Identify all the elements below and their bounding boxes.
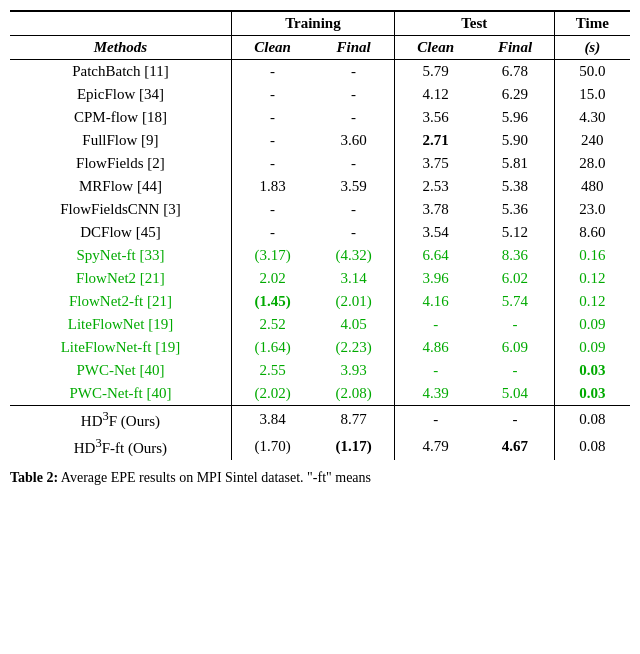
time-cell: 0.16 [554,244,630,267]
test-group-header: Test [394,11,554,36]
table-row: FlowFields [2]--3.755.8128.0 [10,152,630,175]
te-clean-cell: 5.79 [394,60,476,84]
te-final-cell: 5.90 [476,129,554,152]
time-cell: 0.03 [554,359,630,382]
tr-final-cell: (4.32) [313,244,394,267]
te-final-cell: 6.78 [476,60,554,84]
table-row: FlowFieldsCNN [3]--3.785.3623.0 [10,198,630,221]
tr-final-cell: - [313,83,394,106]
tr-final-cell: 4.05 [313,313,394,336]
time-group-header: Time [554,11,630,36]
time-cell: 240 [554,129,630,152]
tr-clean-cell: 2.02 [231,267,313,290]
method-cell: PWC-Net [40] [10,359,231,382]
table-row: LiteFlowNet-ft [19](1.64)(2.23)4.866.090… [10,336,630,359]
te-clean-cell: 3.78 [394,198,476,221]
tr-clean-cell: 2.55 [231,359,313,382]
te-clean-cell: - [394,313,476,336]
te-clean-cell: 3.56 [394,106,476,129]
tr-final-cell: - [313,106,394,129]
tr-final-header: Final [313,36,394,60]
tr-final-cell: - [313,60,394,84]
time-cell: 0.03 [554,382,630,406]
table-row: PWC-Net-ft [40](2.02)(2.08)4.395.040.03 [10,382,630,406]
tr-final-cell: (1.17) [313,433,394,460]
table-row: FullFlow [9]-3.602.715.90240 [10,129,630,152]
te-clean-cell: 2.53 [394,175,476,198]
caption-text: Average EPE results on MPI Sintel datase… [61,470,371,485]
method-cell: FlowNet2-ft [21] [10,290,231,313]
time-cell: 4.30 [554,106,630,129]
table-row: EpicFlow [34]--4.126.2915.0 [10,83,630,106]
table-row: CPM-flow [18]--3.565.964.30 [10,106,630,129]
time-cell: 23.0 [554,198,630,221]
table-row: PWC-Net [40]2.553.93--0.03 [10,359,630,382]
results-table: Training Test Time Methods Clean Final C… [10,10,630,460]
te-final-cell: 5.12 [476,221,554,244]
te-clean-cell: 4.79 [394,433,476,460]
table-row: DCFlow [45]--3.545.128.60 [10,221,630,244]
method-cell: CPM-flow [18] [10,106,231,129]
tr-clean-cell: - [231,152,313,175]
te-clean-cell: 4.86 [394,336,476,359]
tr-final-cell: (2.23) [313,336,394,359]
table-row: PatchBatch [11]--5.796.7850.0 [10,60,630,84]
tr-clean-cell: (1.64) [231,336,313,359]
time-cell: 8.60 [554,221,630,244]
time-cell: 480 [554,175,630,198]
te-final-cell: 5.04 [476,382,554,406]
tr-clean-cell: 3.84 [231,406,313,434]
te-clean-header: Clean [394,36,476,60]
method-cell: FlowNet2 [21] [10,267,231,290]
tr-final-cell: (2.08) [313,382,394,406]
method-cell: LiteFlowNet [19] [10,313,231,336]
table-row: FlowNet2-ft [21](1.45)(2.01)4.165.740.12 [10,290,630,313]
tr-clean-cell: - [231,129,313,152]
tr-final-cell: 8.77 [313,406,394,434]
te-final-cell: 5.36 [476,198,554,221]
te-final-header: Final [476,36,554,60]
time-cell: 0.08 [554,433,630,460]
table-row: MRFlow [44]1.833.592.535.38480 [10,175,630,198]
tr-clean-cell: 2.52 [231,313,313,336]
method-cell: EpicFlow [34] [10,83,231,106]
methods-col-header: Methods [10,36,231,60]
method-cell: FullFlow [9] [10,129,231,152]
tr-final-cell: 3.60 [313,129,394,152]
table-caption: Table 2: Average EPE results on MPI Sint… [10,468,630,488]
tr-final-cell: 3.59 [313,175,394,198]
te-final-cell: 5.81 [476,152,554,175]
method-cell: FlowFieldsCNN [3] [10,198,231,221]
time-cell: 0.12 [554,267,630,290]
tr-final-cell: (2.01) [313,290,394,313]
time-cell: 28.0 [554,152,630,175]
te-clean-cell: - [394,359,476,382]
bottom-table-row: HD3F-ft (Ours)(1.70)(1.17)4.794.670.08 [10,433,630,460]
tr-clean-cell: - [231,60,313,84]
tr-clean-cell: (3.17) [231,244,313,267]
table-row: FlowNet2 [21]2.023.143.966.020.12 [10,267,630,290]
tr-clean-header: Clean [231,36,313,60]
method-cell: HD3F-ft (Ours) [10,433,231,460]
tr-final-cell: - [313,152,394,175]
te-final-cell: 8.36 [476,244,554,267]
time-cell: 0.09 [554,336,630,359]
te-clean-cell: 4.12 [394,83,476,106]
tr-final-cell: - [313,221,394,244]
te-final-cell: 5.96 [476,106,554,129]
bottom-table-row: HD3F (Ours)3.848.77--0.08 [10,406,630,434]
page-container: Training Test Time Methods Clean Final C… [10,10,630,488]
method-cell: SpyNet-ft [33] [10,244,231,267]
tr-clean-cell: - [231,106,313,129]
te-final-cell: 5.38 [476,175,554,198]
te-clean-cell: 6.64 [394,244,476,267]
tr-clean-cell: (2.02) [231,382,313,406]
te-final-cell: - [476,359,554,382]
caption-title: Table 2: [10,470,58,485]
te-clean-cell: 3.54 [394,221,476,244]
method-cell: FlowFields [2] [10,152,231,175]
table-row: LiteFlowNet [19]2.524.05--0.09 [10,313,630,336]
time-col-header: (s) [554,36,630,60]
time-cell: 15.0 [554,83,630,106]
te-final-cell: - [476,313,554,336]
